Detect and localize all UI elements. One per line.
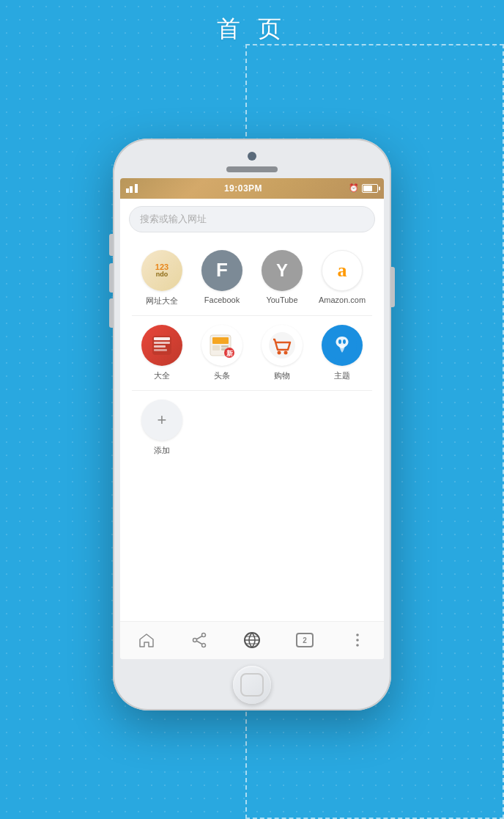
daquan-label: 大全 bbox=[154, 370, 170, 381]
add-label: 添加 bbox=[154, 445, 170, 456]
svg-point-27 bbox=[356, 633, 359, 636]
svg-rect-3 bbox=[154, 345, 166, 348]
shortcut-theme[interactable]: 主题 bbox=[316, 325, 368, 381]
tabs-badge: 2 bbox=[296, 633, 314, 647]
status-time: 19:03PM bbox=[224, 183, 262, 194]
daquan-svg bbox=[149, 333, 174, 358]
tabs-nav-button[interactable]: 2 bbox=[290, 625, 319, 655]
svg-point-29 bbox=[356, 644, 359, 647]
amazon-icon: a bbox=[322, 250, 363, 291]
shopping-icon bbox=[262, 325, 303, 366]
shortcuts-container: 123 ndo 网址大全 F Facebook Y YouTube bbox=[120, 238, 384, 621]
shortcut-daquan[interactable]: 大全 bbox=[136, 325, 188, 381]
svg-point-13 bbox=[278, 350, 281, 354]
svg-point-28 bbox=[356, 639, 359, 642]
phone-bottom bbox=[113, 659, 391, 710]
theme-icon bbox=[322, 325, 363, 366]
svg-rect-4 bbox=[154, 349, 167, 351]
svg-line-22 bbox=[196, 641, 202, 644]
wangzhi-icon: 123 ndo bbox=[141, 250, 182, 291]
toutiao-svg: 新 bbox=[207, 331, 237, 360]
youtube-icon: Y bbox=[262, 250, 303, 291]
home-button-inner bbox=[240, 673, 264, 697]
svg-rect-7 bbox=[212, 345, 220, 350]
svg-point-14 bbox=[284, 350, 288, 354]
add-icon: + bbox=[141, 400, 182, 441]
search-bar[interactable]: 搜索或输入网址 bbox=[129, 206, 375, 232]
facebook-label: Facebook bbox=[204, 295, 240, 304]
camera bbox=[248, 152, 256, 161]
shortcut-facebook[interactable]: F Facebook bbox=[196, 250, 248, 306]
shortcuts-row-2: 大全 新 bbox=[120, 319, 384, 387]
phone-top bbox=[113, 139, 391, 178]
share-nav-button[interactable] bbox=[185, 625, 214, 655]
theme-svg bbox=[327, 331, 357, 360]
shortcut-amazon[interactable]: a Amazon.com bbox=[316, 250, 368, 306]
shortcuts-row-3: + 添加 bbox=[120, 394, 384, 462]
speaker bbox=[226, 166, 278, 172]
browser-icon bbox=[242, 631, 262, 650]
svg-rect-1 bbox=[154, 337, 170, 340]
vol-up-button bbox=[109, 263, 113, 293]
svg-text:新: 新 bbox=[226, 349, 234, 357]
toutiao-icon: 新 bbox=[201, 325, 242, 366]
vol-down-button bbox=[109, 298, 113, 328]
battery-fill bbox=[363, 186, 372, 191]
svg-rect-2 bbox=[154, 342, 170, 344]
amazon-label: Amazon.com bbox=[319, 295, 366, 304]
wangzhi-text: ndo bbox=[156, 271, 168, 278]
phone-frame: 19:03PM ⏰ 搜索或输入网址 123 bbox=[113, 139, 391, 710]
svg-point-18 bbox=[202, 633, 206, 637]
status-bar: 19:03PM ⏰ bbox=[120, 178, 384, 199]
toutiao-label: 头条 bbox=[214, 370, 230, 381]
signal-bar bbox=[135, 184, 138, 193]
svg-point-20 bbox=[193, 639, 197, 642]
home-nav-button[interactable] bbox=[132, 625, 161, 655]
shortcuts-row-1: 123 ndo 网址大全 F Facebook Y YouTube bbox=[120, 244, 384, 312]
battery-icon bbox=[362, 184, 378, 193]
svg-rect-8 bbox=[221, 345, 229, 348]
amazon-logo: a bbox=[338, 260, 347, 282]
power-button bbox=[391, 267, 395, 307]
row-divider-2 bbox=[132, 390, 372, 391]
clock-icon: ⏰ bbox=[349, 183, 359, 193]
home-button[interactable] bbox=[233, 666, 271, 704]
shortcut-youtube[interactable]: Y YouTube bbox=[256, 250, 308, 306]
svg-point-16 bbox=[338, 339, 341, 344]
svg-point-17 bbox=[343, 339, 346, 344]
share-icon bbox=[191, 632, 207, 648]
shopping-svg bbox=[267, 331, 297, 360]
home-icon bbox=[138, 632, 155, 648]
daquan-icon bbox=[141, 325, 182, 366]
shortcut-shopping[interactable]: 购物 bbox=[256, 325, 308, 381]
wangzhi-label: 网址大全 bbox=[146, 295, 178, 306]
shopping-label: 购物 bbox=[274, 370, 290, 381]
signal-icon bbox=[126, 184, 138, 193]
status-right-icons: ⏰ bbox=[349, 183, 378, 193]
theme-label: 主题 bbox=[334, 370, 350, 381]
page-title: 首 页 bbox=[217, 13, 288, 45]
bottom-nav: 2 bbox=[120, 621, 384, 659]
more-icon bbox=[349, 632, 366, 648]
row-divider-1 bbox=[132, 315, 372, 316]
facebook-icon: F bbox=[201, 250, 242, 291]
youtube-label: YouTube bbox=[266, 295, 297, 304]
more-nav-button[interactable] bbox=[343, 625, 372, 655]
phone-screen: 19:03PM ⏰ 搜索或输入网址 123 bbox=[120, 178, 384, 659]
svg-rect-6 bbox=[212, 337, 229, 344]
search-bar-container: 搜索或输入网址 bbox=[120, 199, 384, 238]
search-placeholder: 搜索或输入网址 bbox=[140, 213, 207, 226]
shortcut-add[interactable]: + 添加 bbox=[136, 400, 188, 456]
svg-rect-12 bbox=[269, 332, 295, 359]
shortcut-toutiao[interactable]: 新 头条 bbox=[196, 325, 248, 381]
svg-point-19 bbox=[202, 644, 206, 647]
browser-nav-button[interactable] bbox=[237, 625, 267, 655]
svg-line-21 bbox=[196, 636, 202, 640]
shortcut-wangzhi[interactable]: 123 ndo 网址大全 bbox=[136, 250, 188, 306]
